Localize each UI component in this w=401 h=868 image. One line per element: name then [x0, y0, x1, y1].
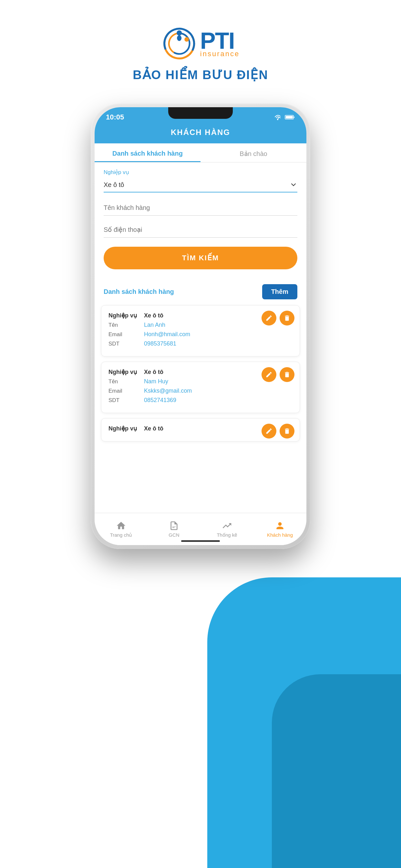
customer-icon	[275, 521, 285, 531]
nghiep-vu-label: Nghiệp vụ	[104, 169, 297, 176]
card-actions-2	[261, 367, 295, 382]
ten-khach-hang-input[interactable]	[104, 200, 297, 216]
trash-icon-2	[283, 371, 290, 378]
label-email-1: Email	[109, 331, 144, 338]
value-sdt-2: 0852741369	[144, 397, 176, 404]
gcn-icon	[169, 521, 179, 531]
status-icons	[273, 114, 295, 120]
customer-card-1: Nghiệp vụ Xe ô tô Tên Lan Anh Email Honh…	[101, 305, 300, 356]
nav-item-customer[interactable]: Khách hàng	[253, 521, 306, 538]
nav-label-customer: Khách hàng	[267, 532, 293, 538]
them-button[interactable]: Thêm	[262, 284, 297, 299]
edit-button-1[interactable]	[261, 311, 276, 326]
trash-icon-3	[283, 428, 290, 435]
nav-item-home[interactable]: Trang chủ	[95, 521, 148, 538]
bottom-nav: Trang chủ GCN Thống kê	[95, 513, 306, 545]
phone-notch	[168, 107, 233, 119]
card-row-email-2: Email Kskks@gmail.com	[109, 388, 292, 394]
value-email-2: Kskks@gmail.com	[144, 388, 192, 394]
logo-area: PTI insurance BẢO HIỂM BƯU ĐIỆN	[133, 26, 268, 82]
edit-icon-1	[266, 314, 273, 321]
edit-button-2[interactable]	[261, 367, 276, 382]
nav-label-home: Trang chủ	[110, 532, 132, 538]
label-ten-1: Tên	[109, 322, 144, 329]
delete-button-1[interactable]	[280, 311, 295, 326]
value-nghiep-vu-1: Xe ô tô	[144, 312, 163, 319]
edit-icon-2	[266, 371, 273, 378]
logo-text-container: PTI insurance	[200, 29, 240, 58]
phone-outer-shell: 10:05	[91, 103, 310, 549]
phone-mockup: 10:05	[91, 103, 310, 549]
card-actions-3	[261, 424, 295, 438]
status-time: 10:05	[106, 113, 124, 121]
nav-item-stats[interactable]: Thống kê	[201, 521, 253, 538]
delete-button-2[interactable]	[280, 367, 295, 382]
label-nghiep-vu-1: Nghiệp vụ	[109, 312, 144, 319]
label-sdt-2: SDT	[109, 397, 144, 404]
battery-icon	[285, 114, 295, 120]
trash-icon-1	[283, 314, 290, 321]
svg-point-5	[177, 35, 181, 41]
card-row-email-1: Email Honh@hmail.com	[109, 331, 292, 338]
value-nghiep-vu-3: Xe ô tô	[144, 425, 163, 432]
svg-point-4	[177, 30, 182, 35]
delete-button-3[interactable]	[280, 424, 295, 438]
nav-label-stats: Thống kê	[217, 532, 237, 538]
value-ten-2: Nam Huy	[144, 378, 168, 385]
scroll-content: Nghiệp vụ Xe ô tô TÌM KIẾM Danh sách khá…	[95, 162, 306, 536]
label-nghiep-vu-2: Nghiệp vụ	[109, 368, 144, 376]
customer-list-header: Danh sách khách hàng Thêm	[95, 277, 306, 305]
svg-point-7	[277, 119, 278, 120]
card-actions-1	[261, 311, 295, 326]
wifi-icon	[273, 114, 282, 120]
tabs-container: Danh sách khách hàng Bản chào	[95, 144, 306, 162]
pti-logo-circle	[161, 26, 197, 61]
pti-text: PTI	[200, 29, 235, 52]
svg-point-6	[184, 37, 189, 42]
edit-button-3[interactable]	[261, 424, 276, 438]
customer-card-2: Nghiệp vụ Xe ô tô Tên Nam Huy Email Kskk…	[101, 362, 300, 413]
svg-rect-10	[286, 116, 293, 119]
home-indicator	[181, 540, 220, 542]
tab-customer-list[interactable]: Danh sách khách hàng	[95, 144, 201, 162]
insurance-text: insurance	[200, 50, 240, 58]
nghiep-vu-select[interactable]: Xe ô tô	[104, 178, 297, 192]
logo-icon: PTI insurance	[161, 26, 240, 61]
app-header-title: KHÁCH HÀNG	[171, 128, 230, 136]
value-nghiep-vu-2: Xe ô tô	[144, 369, 163, 376]
so-dien-thoai-input[interactable]	[104, 222, 297, 238]
edit-icon-3	[266, 428, 273, 435]
chevron-down-icon	[289, 181, 297, 189]
label-sdt-1: SDT	[109, 341, 144, 347]
search-button[interactable]: TÌM KIẾM	[104, 247, 297, 269]
svg-rect-9	[294, 117, 295, 118]
card-row-sdt-2: SDT 0852741369	[109, 397, 292, 404]
customer-list-title: Danh sách khách hàng	[104, 288, 174, 296]
app-header: KHÁCH HÀNG	[95, 124, 306, 144]
value-sdt-1: 0985375681	[144, 340, 176, 347]
search-form: Nghiệp vụ Xe ô tô TÌM KIẾM	[95, 162, 306, 277]
stats-icon	[222, 521, 232, 531]
bg-shape-2	[272, 674, 401, 868]
value-ten-1: Lan Anh	[144, 321, 165, 329]
nav-label-gcn: GCN	[168, 532, 179, 538]
label-ten-2: Tên	[109, 378, 144, 385]
home-icon	[116, 521, 126, 531]
nav-item-gcn[interactable]: GCN	[148, 521, 201, 538]
bao-hiem-tagline: BẢO HIỂM BƯU ĐIỆN	[133, 68, 268, 82]
value-email-1: Honh@hmail.com	[144, 331, 190, 338]
phone-screen: 10:05	[95, 107, 306, 545]
label-email-2: Email	[109, 388, 144, 394]
customer-card-3: Nghiệp vụ Xe ô tô	[101, 418, 300, 441]
card-row-sdt-1: SDT 0985375681	[109, 340, 292, 347]
label-nghiep-vu-3: Nghiệp vụ	[109, 425, 144, 432]
tab-greeting[interactable]: Bản chào	[201, 144, 306, 162]
